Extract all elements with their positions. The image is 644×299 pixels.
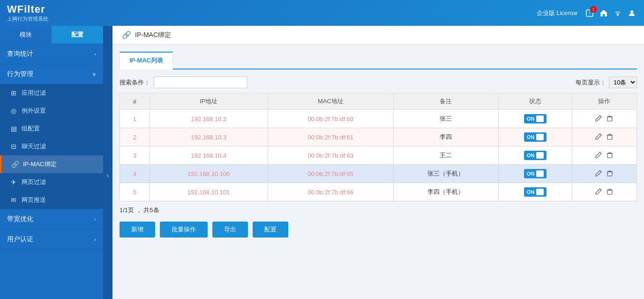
sidebar-section-header-bandwidth[interactable]: 带宽优化 › [0,209,103,229]
table-header-row: # IP地址 MAC地址 备注 状态 操作 [120,93,637,110]
cell-index: 4 [120,165,150,183]
section-query-label: 查询统计 [7,50,33,58]
notification-icon[interactable]: ! 1 [584,8,595,18]
sidebar-item-ip-mac[interactable]: 🔗 IP-MAC绑定 [0,155,103,173]
cell-actions [572,146,637,165]
cell-note: 李四（手机） [393,183,498,201]
user-icon[interactable] [627,8,637,18]
cell-index: 3 [120,146,150,165]
collapse-arrow-icon: ‹ [107,172,109,179]
delete-icon-0[interactable] [606,115,614,123]
group-config-icon: ▤ [9,124,18,133]
sidebar-item-web-push[interactable]: ✉ 网页推送 [0,191,103,209]
section-query: 查询统计 › [0,44,103,64]
toggle-on-3[interactable]: ON [524,169,547,178]
config-button[interactable]: 配置 [253,222,288,238]
sidebar-section-header-auth[interactable]: 用户认证 › [0,230,103,249]
svg-rect-9 [607,172,612,176]
per-page-label: 每页显示： [576,78,606,87]
web-push-icon: ✉ [9,196,18,204]
col-ip: IP地址 [150,93,268,110]
toggle-on-0[interactable]: ON [524,114,547,123]
delete-icon-4[interactable] [606,188,614,197]
bottom-buttons: 新增 批量操作 导出 配置 [120,222,637,238]
tab-module[interactable]: 模块 [0,26,52,44]
delete-icon-1[interactable] [606,133,614,142]
section-behavior-label: 行为管理 [7,70,33,78]
cell-ip: 192.168.10.4 [150,146,268,165]
sidebar-item-app-filter[interactable]: ⊞ 应用过滤 [0,84,103,102]
edit-icon-2[interactable] [595,151,602,160]
license-text: 企业版 License [537,9,577,17]
sidebar-item-chat-filter-label: 聊天过滤 [22,142,46,151]
add-button[interactable]: 新增 [120,222,155,238]
delete-icon-2[interactable] [606,151,614,160]
header: WFilter 上网行为管理系统 企业版 License ! 1 [0,0,644,26]
chat-filter-icon: ⊟ [9,142,18,151]
cell-actions [572,128,637,146]
batch-button[interactable]: 批量操作 [160,222,208,238]
col-note: 备注 [393,93,498,110]
home-icon[interactable] [599,8,609,18]
logo: WFilter 上网行为管理系统 [7,3,48,23]
cell-note: 李四 [393,128,498,146]
col-action: 操作 [572,93,637,110]
tab-strip: IP-MAC列表 [120,52,637,69]
delete-icon-3[interactable] [606,169,614,178]
search-bar: 搜索条件： 每页显示： 10条 20条 50条 [120,77,637,88]
tab-config[interactable]: 配置 [52,26,103,44]
per-page-select[interactable]: 10条 20条 50条 [609,77,637,88]
edit-icon-3[interactable] [595,169,602,178]
sidebar-item-exception[interactable]: ◎ 例外设置 [0,102,103,120]
sidebar-item-app-filter-label: 应用过滤 [22,89,46,97]
sidebar-item-web-push-label: 网页推送 [22,196,46,204]
section-behavior-arrow: ∨ [92,71,96,77]
table-row: 1 192.168.10.2 00:0b:2f:7b:df:60 张三 ON [120,110,637,128]
cell-ip: 192.168.10.3 [150,128,268,146]
cell-status: ON [498,165,572,183]
edit-icon-4[interactable] [595,188,602,197]
sidebar-menu: 查询统计 › 行为管理 ∨ ⊞ 应用过滤 ◎ 例外设置 [0,44,103,299]
section-query-arrow: › [94,51,96,57]
app-filter-icon: ⊞ [9,89,18,97]
search-input[interactable] [154,77,247,88]
cell-index: 5 [120,183,150,201]
cell-mac: 00:0b:2f:7b:df:60 [268,110,393,128]
export-button[interactable]: 导出 [212,222,248,238]
sidebar-section-header-behavior[interactable]: 行为管理 ∨ [0,64,103,84]
section-auth: 用户认证 › [0,230,103,250]
content-area: 🔗 IP-MAC绑定 IP-MAC列表 搜索条件： 每页显示： 10条 20条 [112,26,644,299]
sidebar-tabs: 模块 配置 [0,26,103,44]
sidebar-item-group-config[interactable]: ▤ 组配置 [0,120,103,138]
pagination-info: 1/1页 ， 共5条 [120,206,637,215]
cell-ip: 192.168.10.2 [150,110,268,128]
cell-actions [572,165,637,183]
sidebar-collapse-button[interactable]: ‹ [103,26,112,299]
cell-mac: 00:0b:2f:7b:df:66 [268,183,393,201]
wifi-icon[interactable] [613,8,623,18]
col-index: # [120,93,150,110]
section-bandwidth: 带宽优化 › [0,209,103,230]
sidebar-item-web-filter[interactable]: ✈ 网页过滤 [0,173,103,191]
per-page: 每页显示： 10条 20条 50条 [576,77,637,88]
sidebar-item-exception-label: 例外设置 [22,107,46,115]
section-bandwidth-label: 带宽优化 [7,215,33,223]
edit-icon-1[interactable] [595,133,602,142]
page-title: IP-MAC绑定 [135,31,171,39]
logo-title: WFilter [7,3,48,15]
edit-icon-0[interactable] [595,115,602,123]
sidebar-section-header-query[interactable]: 查询统计 › [0,44,103,64]
toggle-on-4[interactable]: ON [524,187,547,197]
header-icons: ! 1 [584,8,637,18]
svg-rect-7 [607,153,612,158]
content-body: IP-MAC列表 搜索条件： 每页显示： 10条 20条 50条 [112,45,644,245]
tab-ip-mac-list[interactable]: IP-MAC列表 [120,52,173,69]
sidebar-item-chat-filter[interactable]: ⊟ 聊天过滤 [0,138,103,155]
svg-point-2 [630,10,633,13]
toggle-on-2[interactable]: ON [524,151,547,160]
toggle-on-1[interactable]: ON [524,132,547,142]
cell-ip: 192.168.10.101 [150,183,268,201]
section-bandwidth-arrow: › [94,216,96,222]
svg-text:!: ! [589,11,591,16]
table-row: 4 192.168.10.100 00:0b:2f:7b:df:65 张三（手机… [120,165,637,183]
